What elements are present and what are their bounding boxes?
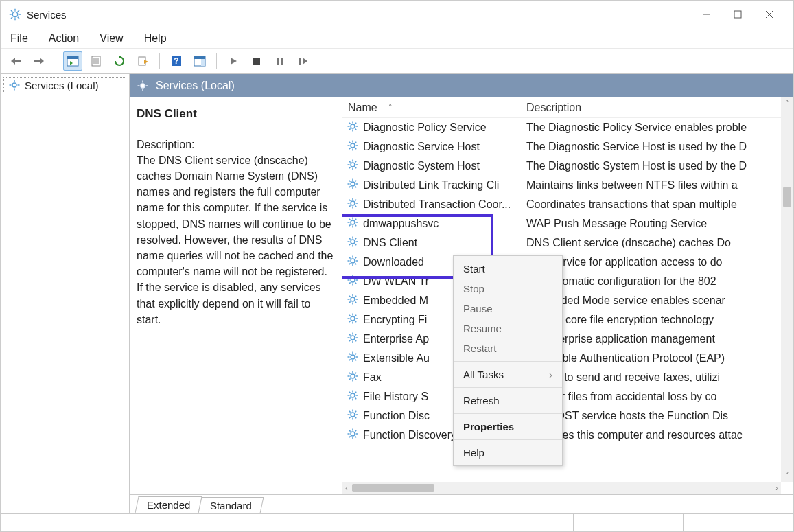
svg-point-120 (351, 278, 355, 282)
svg-point-102 (351, 240, 355, 244)
help-button[interactable]: ? (167, 51, 186, 71)
description-label: Description: (137, 137, 336, 152)
service-row[interactable]: Distributed Transaction Coor...Coordinat… (342, 195, 793, 214)
svg-line-62 (349, 142, 351, 143)
ctx-refresh[interactable]: Refresh (454, 391, 562, 410)
action-pane-button[interactable] (190, 51, 209, 71)
svg-line-5 (11, 10, 12, 12)
ctx-restart[interactable]: Restart (454, 338, 562, 358)
properties-button[interactable] (86, 51, 106, 71)
column-description[interactable]: Description (521, 102, 793, 114)
back-button[interactable] (6, 51, 25, 71)
ctx-resume[interactable]: Resume (454, 319, 562, 338)
svg-marker-15 (40, 58, 44, 65)
svg-line-181 (349, 397, 351, 399)
svg-point-183 (351, 413, 355, 417)
svg-line-171 (355, 378, 356, 380)
console-tree[interactable]: Services (Local) (1, 74, 130, 513)
ctx-start[interactable]: Start (454, 259, 562, 279)
show-hide-tree-button[interactable] (63, 51, 82, 71)
ctx-properties[interactable]: Properties (454, 417, 562, 437)
service-row[interactable]: Extensible AuExtensible Authentication P… (342, 349, 793, 368)
main-split: Services (Local) Services (Local) DNS Cl… (1, 73, 793, 513)
ctx-stop[interactable]: Stop (454, 279, 562, 299)
svg-line-98 (349, 219, 351, 220)
gear-icon (347, 120, 359, 135)
service-row[interactable]: dmwappushsvcWAP Push Message Routing Ser… (342, 214, 793, 233)
maximize-button[interactable] (722, 4, 754, 25)
service-row[interactable]: Encrypting Fides the core file encryptio… (342, 310, 793, 329)
export-list-button[interactable] (133, 51, 152, 71)
svg-line-180 (355, 397, 356, 399)
service-row[interactable]: Distributed Link Tracking CliMaintains l… (342, 176, 793, 195)
column-headers[interactable]: Name ˄ Description (342, 97, 793, 118)
restart-service-button[interactable] (294, 51, 313, 71)
gear-icon (347, 178, 359, 193)
service-row[interactable]: Enterprise Aples enterprise application … (342, 329, 793, 349)
service-row[interactable]: Function DiscFDPHOST service hosts the F… (342, 406, 793, 426)
service-row[interactable]: Downloadedlows service for application a… (342, 253, 793, 272)
pause-service-button[interactable] (270, 51, 290, 71)
service-name: Function Disc (363, 410, 430, 422)
menu-help[interactable]: Help (141, 30, 170, 47)
vertical-scrollbar[interactable]: ˄ ˅ (781, 97, 793, 482)
menu-file[interactable]: File (8, 30, 31, 47)
service-row[interactable]: File History Scts user files from accide… (342, 387, 793, 406)
ctx-help[interactable]: Help (454, 443, 562, 463)
svg-rect-30 (194, 56, 205, 59)
service-row[interactable]: Embedded MEmbedded Mode service enables … (342, 291, 793, 310)
gear-icon (347, 255, 359, 270)
scroll-up-icon[interactable]: ˄ (785, 99, 789, 108)
rows-container[interactable]: Diagnostic Policy ServiceThe Diagnostic … (342, 118, 793, 494)
service-name: Distributed Link Tracking Cli (363, 179, 499, 192)
svg-line-91 (349, 205, 351, 207)
service-row[interactable]: DW WLAN Trdes automatic configuration fo… (342, 272, 793, 291)
scroll-thumb[interactable] (352, 484, 434, 492)
svg-rect-14 (15, 60, 21, 62)
svg-line-137 (355, 296, 356, 297)
service-name: Diagnostic Service Host (363, 141, 480, 153)
service-description: Maintains links between NTFS files withi… (521, 179, 793, 192)
scroll-thumb[interactable] (783, 187, 791, 207)
tab-standard[interactable]: Standard (198, 497, 264, 513)
svg-line-189 (355, 417, 356, 418)
svg-line-53 (349, 123, 351, 124)
svg-rect-33 (253, 58, 260, 65)
svg-point-43 (141, 84, 145, 88)
service-row[interactable]: DNS ClientDNS Client service (dnscache) … (342, 233, 793, 253)
svg-point-66 (351, 163, 355, 167)
ctx-pause[interactable]: Pause (454, 299, 562, 319)
service-row[interactable]: Diagnostic Service HostThe Diagnostic Se… (342, 137, 793, 157)
forward-button[interactable] (30, 51, 49, 71)
column-name[interactable]: Name ˄ (342, 102, 521, 114)
stop-service-button[interactable] (247, 51, 266, 71)
svg-line-8 (18, 10, 19, 12)
scroll-right-icon[interactable]: › (775, 484, 778, 492)
menu-action[interactable]: Action (46, 30, 82, 47)
tree-item-services-local[interactable]: Services (Local) (3, 77, 126, 93)
svg-point-93 (351, 220, 355, 224)
refresh-button[interactable] (110, 51, 129, 71)
start-service-button[interactable] (224, 51, 243, 71)
minimize-button[interactable] (690, 4, 722, 25)
gear-icon (8, 79, 21, 91)
service-row[interactable]: Diagnostic System HostThe Diagnostic Sys… (342, 157, 793, 176)
ctx-all-tasks[interactable]: All Tasks› (454, 365, 562, 384)
svg-rect-34 (277, 58, 279, 65)
close-button[interactable] (754, 4, 785, 25)
service-name: Encrypting Fi (363, 314, 427, 326)
scroll-down-icon[interactable]: ˅ (785, 472, 789, 481)
service-row[interactable]: Faxles you to send and receive faxes, ut… (342, 368, 793, 387)
service-name: DNS Client (363, 237, 417, 249)
menu-view[interactable]: View (97, 30, 126, 47)
window-title: Services (27, 9, 67, 21)
panel-header-title: Services (Local) (156, 80, 235, 92)
scroll-left-icon[interactable]: ‹ (345, 484, 348, 492)
service-row[interactable]: Diagnostic Policy ServiceThe Diagnostic … (342, 118, 793, 137)
svg-line-162 (355, 359, 356, 360)
gear-icon (347, 139, 359, 154)
svg-point-192 (351, 432, 355, 436)
tab-extended[interactable]: Extended (135, 496, 202, 513)
service-row[interactable]: Function Discovery Resourc...Publishes t… (342, 426, 793, 445)
horizontal-scrollbar[interactable]: ‹ › (342, 482, 781, 494)
